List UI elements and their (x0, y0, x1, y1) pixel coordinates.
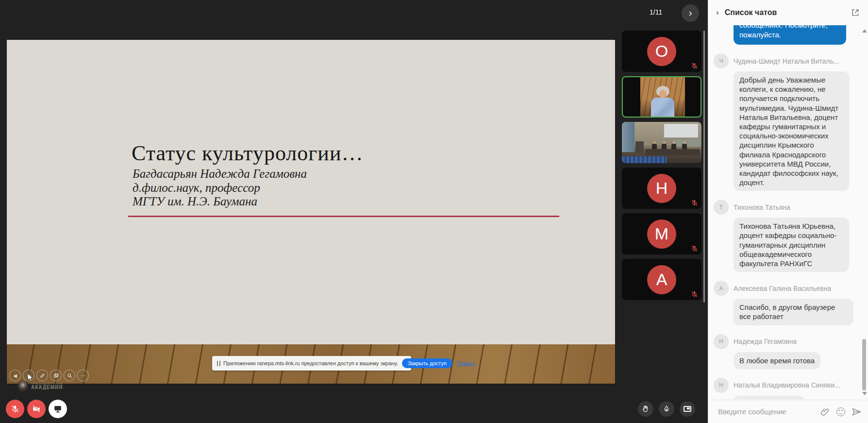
own-message-bubble: сообщениях. Посмотрите, пожалуйста. (734, 25, 846, 45)
thumbnails-scrollbar[interactable] (703, 31, 705, 303)
share-banner-text: Приложению ranepa.mts-link.ru предоставл… (223, 360, 398, 366)
fire-icon (663, 405, 670, 413)
chat-message: А Алексеева Галина Васильевна Спасибо, в… (714, 281, 853, 325)
scroll-up-icon[interactable] (862, 29, 867, 33)
chat-panel: › Список чатов сообщениях. Посмотрите, п… (708, 0, 868, 423)
mic-off-button[interactable] (6, 400, 24, 418)
reaction-controls (638, 401, 695, 417)
chat-title: Список чатов (725, 8, 851, 17)
participant-tile[interactable]: О (622, 31, 701, 72)
mic-off-icon (691, 290, 698, 298)
message-input[interactable] (718, 407, 815, 416)
slide-title: Статус культурологии… (132, 141, 363, 166)
screen-share-banner: Приложению ranepa.mts-link.ru предоставл… (212, 356, 411, 371)
message-bubble: В любое время готова (734, 352, 820, 369)
avatar: Н (714, 334, 729, 349)
mic-off-icon (691, 199, 698, 206)
avatar: Н (714, 378, 729, 393)
slide-subtitle-line: д.филос.наук, профессор (133, 181, 260, 195)
speaker-video (640, 77, 685, 117)
hide-banner-link[interactable]: Скрыть (457, 360, 476, 366)
avatar: Ч (714, 53, 729, 68)
raise-hand-icon (642, 405, 650, 413)
raise-hand-button[interactable] (638, 401, 653, 417)
presentation-slide: Статус культурологии… Багдасарьян Надежд… (7, 40, 615, 384)
next-slide-button[interactable]: › (682, 4, 699, 22)
emoji-icon[interactable] (836, 406, 846, 418)
call-controls (6, 400, 67, 418)
prev-slide-icon[interactable]: ◀ (9, 370, 21, 381)
academy-eagle-logo (17, 381, 28, 391)
avatar: Т (714, 200, 729, 215)
participant-avatar: А (647, 265, 676, 294)
slide-toolbar: ◀ ⋯ (9, 370, 89, 381)
message-bubble: Тихонова Татьяна Юрьевна, доцент кафедры… (734, 218, 849, 272)
message-bubble: Добрый день Уважаемые коллеги, к сожален… (734, 71, 849, 191)
pip-icon (684, 406, 691, 412)
pip-button[interactable] (680, 401, 695, 417)
chat-message: Ч Чудина-Шмидт Наталья Виталь... Добрый … (714, 53, 853, 191)
message-sender: Чудина-Шмидт Наталья Виталь... (734, 57, 839, 65)
avatar: А (714, 281, 729, 296)
slide-subtitle-line: МГТУ им. Н.Э. Баумана (133, 195, 257, 208)
chat-message: Т Тихонова Татьяна Тихонова Татьяна Юрье… (714, 200, 853, 272)
send-icon[interactable] (851, 406, 861, 418)
participant-avatar: М (647, 220, 676, 249)
participant-avatar: Н (647, 174, 676, 203)
message-sender: Надежда Гегамовна (734, 338, 797, 345)
message-sender: Наталья Владимировна Синяви... (734, 381, 840, 389)
pause-icon (217, 361, 220, 366)
zoom-icon[interactable] (64, 370, 75, 381)
copy-icon[interactable] (50, 370, 62, 381)
watermark-line2: АКАДЕМИЯ (31, 385, 63, 390)
academy-watermark: ПРЕЗИДЕНТСКАЯ АКАДЕМИЯ (17, 381, 63, 391)
message-sender: Тихонова Татьяна (734, 203, 790, 211)
chat-scrollbar[interactable] (862, 27, 867, 398)
scroll-down-icon[interactable] (862, 392, 867, 395)
stage-area: Статус культурологии… Багдасарьян Надежд… (0, 0, 708, 423)
more-icon[interactable]: ⋯ (77, 370, 89, 381)
scrollbar-thumb[interactable] (862, 339, 866, 390)
mic-off-icon (691, 245, 698, 252)
stop-share-button[interactable]: Закрыть доступ (402, 358, 452, 368)
screen-share-icon (53, 405, 62, 413)
mic-off-icon (11, 405, 19, 413)
participants-column: О Н (622, 31, 701, 300)
message-bubble: Спасибо, в другом браузере все работает (734, 299, 853, 325)
chat-message-list: сообщениях. Посмотрите, пожалуйста. Ч Чу… (708, 25, 868, 399)
external-link-icon[interactable] (851, 8, 860, 17)
chat-input-row (708, 400, 868, 423)
chevron-right-icon[interactable]: › (716, 8, 719, 17)
participant-tile[interactable]: М (622, 213, 701, 254)
participant-tile-hall-video[interactable] (622, 122, 701, 163)
message-text: сообщениях. Посмотрите, пожалуйста. (739, 25, 840, 39)
screen-share-button[interactable] (49, 400, 67, 418)
mic-off-icon (691, 62, 698, 69)
fire-reaction-button[interactable] (659, 401, 674, 417)
camera-off-icon (32, 405, 41, 413)
participant-tile[interactable]: Н (622, 168, 701, 209)
slide-subtitle-line: Багдасарьян Надежда Гегамовна (133, 167, 307, 181)
slide-counter: 1/11 (650, 8, 662, 16)
chat-message: Н Надежда Гегамовна В любое время готова (714, 334, 853, 369)
message-sender: Алексеева Галина Васильевна (734, 285, 831, 292)
slide-accent-line (128, 216, 559, 217)
participant-tile[interactable]: А (622, 259, 701, 300)
chat-message: Н Наталья Владимировна Синяви... Готова … (714, 378, 853, 399)
camera-off-button[interactable] (27, 400, 46, 418)
pencil-icon[interactable] (36, 370, 48, 381)
mouse-cursor (27, 373, 34, 383)
participant-tile-speaker-video[interactable] (622, 76, 701, 118)
attach-icon[interactable] (820, 406, 830, 418)
message-bubble: Готова выступить (734, 396, 804, 399)
chat-header: › Список чатов (708, 0, 868, 25)
participant-avatar: О (647, 37, 676, 66)
